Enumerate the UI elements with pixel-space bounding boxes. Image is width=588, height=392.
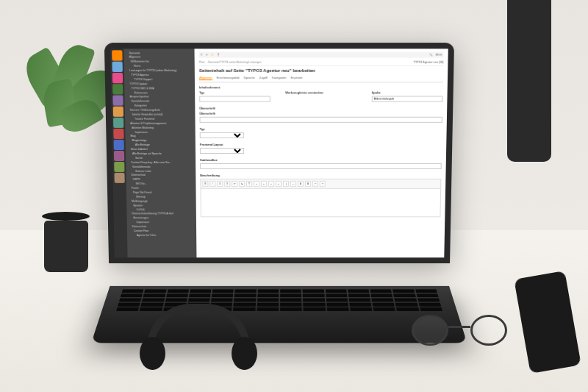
layout-select[interactable] [200,148,244,154]
toolbar-icon[interactable]: ❓ [217,53,220,56]
rte-button[interactable]: x² [232,181,237,187]
rte-button[interactable]: ↷ [320,181,326,187]
laptop: Startseite AllgemeinWillkommen beiHomeLe… [107,44,459,324]
desc-label: Beschreibung [200,174,441,177]
section-heading: Überschrift [199,107,442,110]
user-menu[interactable]: Admin [436,53,442,56]
module-help[interactable] [115,173,125,183]
coffee-cup [44,206,96,272]
breadcrumb: Pfad: ...Startseite/TYPO3 online Marketi… [199,60,444,66]
toolbar-icon[interactable]: ☰ [201,53,203,56]
type-select[interactable] [199,96,270,101]
rte-button[interactable]: x₂ [239,181,245,187]
rte-button[interactable]: S [224,181,230,187]
module-system[interactable] [114,162,124,172]
tab-allgemein[interactable]: Allgemein [199,76,212,80]
top-toolbar: ☰ 👁 ⚡ ❓ 🔍 Admin [199,51,444,57]
headphones [132,304,265,377]
tree-item[interactable]: Agentur for Chris [129,233,194,238]
module-workspaces[interactable] [113,107,123,117]
rte-button[interactable]: ¶ [246,181,252,187]
type-label: Typ [199,90,270,94]
subheader-input[interactable] [200,163,442,169]
rte-button[interactable]: ↶ [312,181,318,187]
module-info[interactable] [112,95,123,105]
module-view[interactable] [112,73,123,83]
header-type-label: Typ [200,127,442,131]
tab-kategorien[interactable]: Kategorien [272,76,287,80]
rte-editor[interactable] [200,188,441,218]
rte-button[interactable]: ≡ [276,181,282,187]
module-page[interactable] [112,62,122,72]
page-title: Seiteninhalt auf Seite "TYPO3 Agentur ne… [199,68,443,73]
tab-zugriff[interactable]: Zugriff [259,76,268,80]
monitor-stand [507,0,551,162]
header-type-select[interactable] [200,132,244,138]
search-icon[interactable]: 🔍 [430,53,433,56]
module-admin[interactable] [114,140,124,150]
page-tree[interactable]: Startseite AllgemeinWillkommen beiHomeLe… [123,49,196,257]
tab-erscheinungsbild[interactable]: Erscheinungsbild [217,76,240,80]
tab-erweitert[interactable]: Erweitert [291,76,303,80]
tabs: AllgemeinErscheinungsbildSpracheZugriffK… [199,76,443,82]
module-template[interactable] [113,118,123,128]
section-heading: Inhaltselement [199,85,443,89]
module-tools[interactable] [114,151,124,161]
rte-button[interactable]: ≡ [254,181,259,187]
plant-decoration [22,37,110,169]
rte-button[interactable]: B [202,181,208,187]
rte-button[interactable]: ≡ [268,181,274,187]
toolbar-icon[interactable]: 👁 [206,53,208,56]
content-area: ☰ 👁 ⚡ ❓ 🔍 Admin Pfad: ...Startseite/TYPO… [195,49,448,257]
rte-button[interactable]: I [209,181,215,187]
tab-sprache[interactable]: Sprache [244,76,255,80]
toolbar-icon[interactable]: ⚡ [211,53,214,56]
rte-button[interactable]: ⋮ [283,181,289,187]
typo3-backend: Startseite AllgemeinWillkommen beiHomeLe… [110,49,448,257]
glasses [412,315,507,348]
module-filelist[interactable] [113,129,123,139]
rte-button[interactable]: — [290,181,296,187]
rte-button[interactable]: A [305,181,311,187]
header-label: Überschrift [199,112,442,115]
header-input[interactable] [199,117,442,123]
column-label: Spalte [372,90,443,94]
layout-label: Frontend Layout [200,143,442,146]
module-web[interactable] [112,50,122,60]
rte-button[interactable]: ≡ [261,181,267,187]
subheader-label: Subheadline [200,158,442,162]
rte-toolbar: BIUSx²x₂¶≡≡≡≡⋮—AA↶↷ [200,179,441,188]
column-select[interactable] [371,96,442,101]
module-list[interactable] [112,84,123,94]
rte-button[interactable]: U [217,181,223,187]
visibility-label: Werkzeugleiste verstecken [285,90,356,94]
rte-button[interactable]: A [298,181,304,187]
